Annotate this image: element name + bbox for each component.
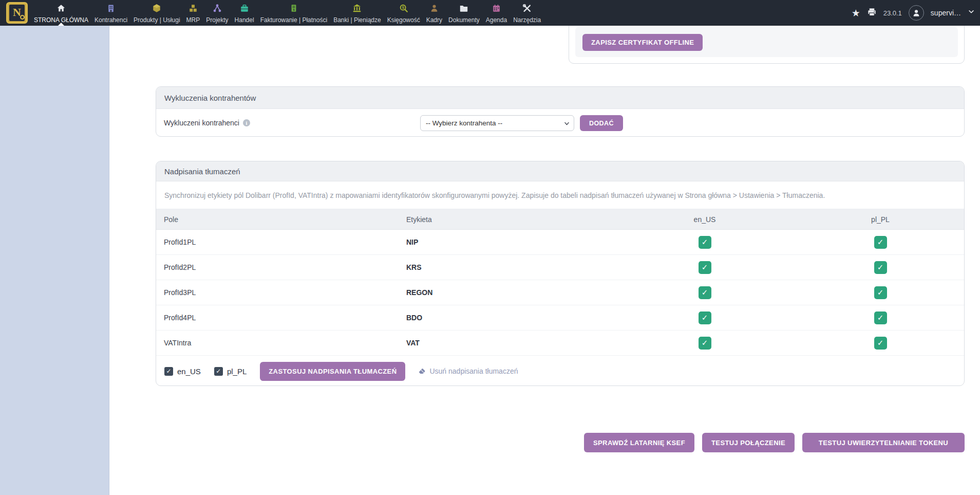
nav-label: Handel [235, 16, 254, 24]
field-label: KRS [406, 263, 617, 271]
bookmark-star-icon[interactable]: ★ [852, 8, 860, 18]
nav-item-ksiegowosc[interactable]: $ Księgowość [384, 0, 423, 26]
pl-pl-checkbox-label: pl_PL [227, 367, 247, 376]
nav-item-narzedzia[interactable]: Narzędzia [510, 0, 544, 26]
table-header-row: Pole Etykieta en_US pl_PL [156, 209, 964, 230]
check-icon: ✓ [699, 286, 711, 299]
print-icon[interactable] [867, 7, 877, 19]
sitemap-icon [213, 3, 222, 13]
apply-translation-overrides-button[interactable]: ZASTOSUJ NADPISANIA TŁUMACZEŃ [260, 362, 405, 381]
offline-certificate-card: ZAPISZ CERTYFIKAT OFFLINE [569, 21, 965, 64]
nav-item-banki-pieniadze[interactable]: Banki | Pieniądze [330, 0, 384, 26]
nav-item-dokumenty[interactable]: Dokumenty [445, 0, 483, 26]
tools-icon [522, 3, 532, 13]
cubes-icon [189, 3, 198, 13]
en-us-checkbox[interactable]: ✓ [164, 367, 173, 376]
field-name: ProfId4PL [156, 314, 406, 322]
nav-item-fakturowanie-platnosci[interactable]: $ Fakturowanie | Płatności [257, 0, 331, 26]
app-version: 23.0.1 [883, 9, 902, 17]
nav-label: MRP [186, 16, 200, 24]
column-header-etykieta: Etykieta [406, 215, 617, 224]
table-row: ProfId2PL KRS ✓ ✓ [156, 255, 964, 280]
column-header-en-us: en_US [617, 215, 793, 224]
field-label: REGON [406, 288, 617, 297]
left-sidebar [0, 26, 109, 495]
contractor-exclusions-card: Wykluczenia kontrahentów Wykluczeni kont… [156, 86, 965, 137]
nav-item-strona-glowna[interactable]: STRONA GŁÓWNA [31, 0, 91, 26]
top-navbar: N STRONA GŁÓWNA Kontrahenci Produkty | U… [0, 0, 980, 26]
excluded-contractors-field: Wykluczeni kontrahenci i [164, 109, 250, 137]
home-icon [56, 3, 66, 13]
test-connection-button[interactable]: TESTUJ POŁĄCZENIE [702, 433, 795, 452]
check-icon: ✓ [699, 261, 711, 274]
check-icon: ✓ [874, 261, 887, 274]
nav-item-kadry[interactable]: Kadry [423, 0, 445, 26]
nav-label: Banki | Pieniądze [333, 16, 381, 24]
nav-item-projekty[interactable]: Projekty [203, 0, 231, 26]
remove-translation-overrides-link[interactable]: Usuń nadpisania tłumaczeń [418, 366, 518, 376]
check-icon: ✓ [874, 236, 887, 249]
field-label: VAT [406, 339, 617, 347]
eraser-icon [418, 366, 426, 376]
active-item-indicator [58, 23, 64, 26]
section-title-overrides: Nadpisania tłumaczeń [156, 161, 964, 181]
table-row: VATIntra VAT ✓ ✓ [156, 331, 964, 356]
table-row: ProfId4PL BDO ✓ ✓ [156, 305, 964, 331]
check-icon: ✓ [699, 311, 711, 324]
nav-item-produkty-uslugi[interactable]: Produkty | Usługi [130, 0, 183, 26]
nav-item-handel[interactable]: Handel [232, 0, 257, 26]
exclusions-body: Wykluczeni kontrahenci i -- Wybierz kont… [156, 109, 964, 137]
checkbox-group-pl-pl: ✓ pl_PL [214, 367, 247, 376]
check-ksef-lantern-button[interactable]: SPRAWDŹ LATARNIĘ KSEF [584, 433, 694, 452]
contractor-select[interactable]: -- Wybierz kontrahenta -- [420, 115, 574, 131]
user-icon [430, 3, 439, 13]
nav-item-mrp[interactable]: MRP [183, 0, 203, 26]
en-us-checkbox-label: en_US [177, 367, 201, 376]
cube-icon [152, 3, 161, 13]
nav-label: Dokumenty [448, 16, 480, 24]
search-dollar-icon: $ [399, 3, 408, 13]
calendar-icon [492, 3, 501, 13]
nav-item-agenda[interactable]: Agenda [483, 0, 510, 26]
remove-link-label: Usuń nadpisania tłumaczeń [429, 367, 518, 375]
field-label: BDO [406, 314, 617, 322]
app-logo[interactable]: N [6, 2, 28, 24]
folder-icon [459, 3, 468, 13]
save-offline-certificate-button[interactable]: ZAPISZ CERTYFIKAT OFFLINE [582, 34, 703, 51]
checkbox-group-en-us: ✓ en_US [164, 367, 201, 376]
user-name[interactable]: supervi… [931, 9, 961, 17]
check-icon: ✓ [874, 311, 887, 324]
overrides-description: Synchronizuj etykiety pól Dolibarr (Prof… [156, 181, 964, 209]
column-header-pl-pl: pl_PL [793, 215, 968, 224]
nav-label: Agenda [486, 16, 507, 24]
nav-item-kontrahenci[interactable]: Kontrahenci [91, 0, 130, 26]
table-row: ProfId3PL REGON ✓ ✓ [156, 280, 964, 305]
nav-label: Kadry [426, 16, 442, 24]
user-avatar[interactable] [909, 5, 924, 21]
info-icon: i [243, 119, 250, 126]
translation-overrides-card: Nadpisania tłumaczeń Synchronizuj etykie… [156, 161, 965, 386]
nav-label: Narzędzia [513, 16, 541, 24]
table-row: ProfId1PL NIP ✓ ✓ [156, 230, 964, 255]
add-contractor-button[interactable]: DODAĆ [580, 115, 623, 131]
bank-icon [352, 3, 362, 13]
section-title-exclusions: Wykluczenia kontrahentów [156, 87, 964, 109]
nav-label: Produkty | Usługi [134, 16, 180, 24]
pl-pl-checkbox[interactable]: ✓ [214, 367, 223, 376]
contractor-select-wrap: -- Wybierz kontrahenta -- [420, 115, 574, 131]
navbar-right-cluster: ★ 23.0.1 supervi… [852, 5, 980, 21]
check-icon: ✓ [699, 337, 711, 350]
excluded-contractors-label: Wykluczeni kontrahenci [164, 119, 239, 127]
svg-text:$: $ [402, 5, 404, 10]
chevron-down-icon[interactable] [968, 8, 975, 17]
field-label: NIP [406, 238, 617, 246]
main-menu: STRONA GŁÓWNA Kontrahenci Produkty | Usł… [31, 0, 544, 26]
field-name: ProfId2PL [156, 263, 406, 271]
nav-label: Księgowość [387, 16, 420, 24]
briefcase-icon [240, 3, 249, 13]
test-token-authentication-button[interactable]: TESTUJ UWIERZYTELNIANIE TOKENU [802, 433, 965, 452]
nav-label: Fakturowanie | Płatności [260, 16, 328, 24]
building-icon [107, 3, 115, 13]
offline-certificate-panel: ZAPISZ CERTYFIKAT OFFLINE [575, 27, 958, 57]
check-icon: ✓ [874, 286, 887, 299]
